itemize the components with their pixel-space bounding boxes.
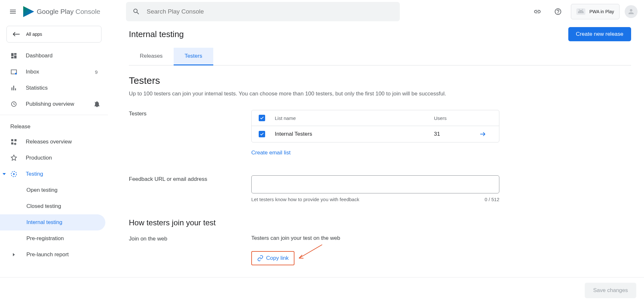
sidebar-subitem-closed-testing[interactable]: Closed testing	[0, 198, 105, 214]
sidebar-item-label: Publishing overview	[26, 101, 74, 107]
sidebar-item-releases-overview[interactable]: Releases overview	[0, 134, 108, 150]
sidebar-item-statistics[interactable]: Statistics	[0, 80, 108, 96]
form-row-feedback: Feedback URL or email address Let tester…	[129, 175, 631, 202]
feedback-char-counter: 0 / 512	[485, 197, 499, 202]
sidebar-subitem-internal-testing[interactable]: Internal testing	[0, 214, 105, 230]
sidebar-item-label: Pre-launch report	[26, 251, 69, 258]
svg-point-2	[15, 73, 17, 75]
form-label-testers: Testers	[129, 110, 251, 117]
link-icon	[257, 255, 264, 261]
svg-point-0	[580, 12, 580, 12]
divider	[0, 115, 108, 115]
sidebar: All apps Dashboard Inbox 9 Statistics Pu…	[0, 23, 108, 303]
create-new-release-button[interactable]: Create new release	[568, 27, 631, 41]
table-row: Internal Testers 31	[252, 126, 499, 142]
form-row-join-web: Join on the web Testers can join your te…	[129, 235, 631, 265]
section-description-testers: Up to 100 testers can join your internal…	[129, 91, 631, 97]
table-header: List name Users	[252, 110, 499, 126]
search-icon	[132, 8, 140, 15]
create-email-list-link[interactable]: Create email list	[251, 150, 499, 156]
sidebar-item-label: Releases overview	[26, 139, 72, 145]
copy-link-label: Copy link	[266, 255, 289, 261]
arrow-left-icon	[13, 32, 20, 37]
page-header: Internal testing Create new release	[129, 23, 631, 48]
sidebar-item-label: Open testing	[26, 187, 57, 193]
play-console-logo-icon	[23, 6, 34, 17]
inbox-icon	[10, 68, 18, 75]
logo[interactable]: Google Play Console	[23, 6, 100, 17]
form-label-join-web: Join on the web	[129, 235, 251, 242]
testing-icon	[10, 171, 18, 178]
hamburger-icon	[9, 8, 17, 15]
sidebar-item-publishing-overview[interactable]: Publishing overview	[0, 96, 108, 112]
select-all-checkbox[interactable]	[259, 115, 275, 121]
tab-testers[interactable]: Testers	[174, 48, 213, 65]
search-input[interactable]	[147, 8, 393, 15]
chevron-down-icon	[3, 173, 6, 175]
link-icon-button[interactable]	[530, 4, 545, 19]
header-right: PWA in Play	[530, 4, 638, 19]
logo-text: Google Play Console	[37, 8, 100, 15]
check-icon	[260, 132, 264, 136]
sidebar-item-label: Inbox	[26, 69, 39, 75]
all-apps-button[interactable]: All apps	[6, 26, 101, 43]
arrow-right-icon	[479, 131, 486, 138]
search-box[interactable]	[126, 2, 400, 21]
feedback-input[interactable]	[251, 175, 499, 193]
save-bar: Save changes	[0, 277, 644, 303]
active-app-selector[interactable]: PWA in Play	[571, 4, 620, 19]
row-checkbox[interactable]	[259, 131, 275, 137]
sidebar-item-inbox[interactable]: Inbox 9	[0, 64, 108, 80]
sidebar-subitem-pre-launch-report[interactable]: Pre-launch report	[0, 247, 105, 263]
all-apps-label: All apps	[26, 32, 42, 37]
save-changes-button[interactable]: Save changes	[585, 283, 636, 298]
sidebar-item-label: Internal testing	[26, 219, 62, 226]
sidebar-item-label: Statistics	[26, 85, 48, 91]
cell-users: 31	[434, 131, 479, 137]
statistics-icon	[10, 84, 18, 92]
section-heading-how-join: How testers join your test	[129, 218, 631, 227]
dashboard-icon	[10, 52, 18, 59]
copy-link-button[interactable]: Copy link	[251, 251, 294, 265]
svg-point-1	[582, 12, 582, 12]
link-icon	[533, 8, 541, 15]
sidebar-item-label: Pre-registration	[26, 235, 64, 242]
account-avatar[interactable]	[625, 5, 638, 18]
person-icon	[627, 8, 635, 15]
help-icon-button[interactable]	[550, 4, 566, 19]
section-heading-testers: Testers	[129, 75, 631, 86]
row-open-button[interactable]	[479, 131, 492, 138]
feedback-helper-text: Let testers know how to provide you with…	[251, 197, 359, 202]
sidebar-subitem-pre-registration[interactable]: Pre-registration	[0, 230, 105, 247]
col-header-users: Users	[434, 115, 479, 121]
top-header: Google Play Console PWA in Play	[0, 0, 644, 23]
sidebar-subitem-open-testing[interactable]: Open testing	[0, 182, 105, 198]
sidebar-item-dashboard[interactable]: Dashboard	[0, 48, 108, 64]
page-title: Internal testing	[129, 29, 184, 39]
sidebar-item-label: Testing	[26, 171, 43, 177]
chevron-right-icon	[13, 253, 15, 256]
active-app-name: PWA in Play	[589, 9, 614, 14]
tab-releases[interactable]: Releases	[129, 48, 174, 65]
production-icon	[10, 154, 18, 161]
join-web-description: Testers can join your test on the web	[251, 235, 499, 241]
sidebar-item-label: Production	[26, 155, 52, 161]
sidebar-section-release: Release	[0, 118, 108, 134]
testers-table: List name Users Internal Testers 31	[251, 110, 499, 142]
form-label-feedback: Feedback URL or email address	[129, 175, 251, 182]
form-row-testers: Testers List name Users Internal Testers	[129, 110, 631, 156]
col-header-listname: List name	[275, 115, 434, 121]
publishing-icon	[10, 101, 18, 108]
hamburger-menu-button[interactable]	[5, 4, 21, 19]
sidebar-item-testing[interactable]: Testing	[0, 166, 108, 182]
sidebar-item-label: Closed testing	[26, 203, 61, 210]
tab-bar: Releases Testers	[129, 48, 631, 65]
check-icon	[260, 116, 264, 120]
releases-overview-icon	[10, 138, 18, 145]
main-content: Internal testing Create new release Rele…	[129, 23, 638, 265]
inbox-badge: 9	[95, 69, 100, 75]
mute-icon	[94, 101, 100, 107]
annotation-arrow-icon	[296, 243, 325, 263]
android-app-icon	[576, 8, 585, 15]
sidebar-item-production[interactable]: Production	[0, 150, 108, 166]
